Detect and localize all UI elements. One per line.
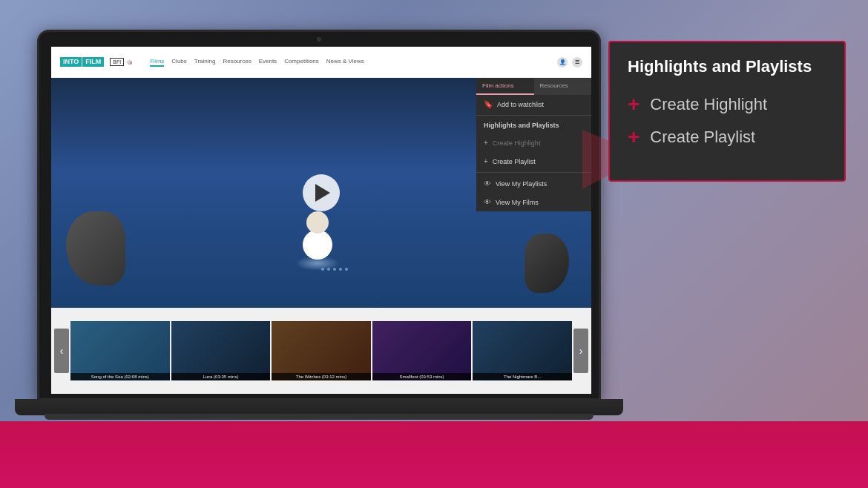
user-icon[interactable]: 👤 — [557, 57, 568, 67]
dropdown-create-highlight[interactable]: + Create Highlight — [476, 133, 591, 152]
laptop-base — [15, 399, 623, 415]
logo-film: FILM — [82, 57, 104, 67]
tab-film-actions[interactable]: Film actions — [476, 78, 534, 95]
nav-link-films[interactable]: Films — [150, 58, 164, 67]
dropdown-divider-1 — [476, 115, 591, 116]
menu-icon[interactable]: ☰ — [572, 57, 582, 67]
highlights-panel-title: Highlights and Playlists — [628, 57, 826, 76]
laptop-screen: INTO FILM BFI 🎲 Films Clubs Training Res… — [51, 47, 591, 394]
create-highlight-panel-label: Create Highlight — [650, 95, 767, 114]
bookmark-icon: 🔖 — [484, 100, 493, 108]
video-figure — [299, 211, 336, 263]
highlights-panel: Highlights and Playlists + Create Highli… — [608, 41, 846, 182]
thumb-witches[interactable]: The Witches (03:12 mins) — [272, 321, 371, 380]
figure-head — [306, 211, 329, 234]
lottery-logo: 🎲 — [127, 59, 132, 65]
view-films-label: View My Films — [496, 199, 539, 206]
thumb-luca[interactable]: Luca (03:35 mins) — [171, 321, 271, 380]
dropdown-divider-2 — [476, 172, 591, 173]
nav-links: Films Clubs Training Resources Events Co… — [150, 58, 364, 67]
create-playlist-label: Create Playlist — [493, 158, 536, 165]
dropdown-view-playlists[interactable]: 👁 View My Playlists — [476, 174, 591, 193]
create-playlist-plus-icon: + — [628, 127, 640, 148]
create-playlist-panel-label: Create Playlist — [650, 128, 755, 147]
eye-playlists-icon: 👁 — [484, 179, 491, 188]
site-main: ‹ Song of the Sea (02:08 mins) Luca (03:… — [51, 78, 591, 394]
thumb-label-4: Smallfoot (03:53 mins) — [372, 373, 472, 380]
laptop: INTO FILM BFI 🎲 Films Clubs Training Res… — [37, 30, 631, 445]
create-playlist-item[interactable]: + Create Playlist — [628, 127, 826, 148]
thumb-label-3: The Witches (03:12 mins) — [272, 373, 371, 380]
highlights-section-title: Highlights and Playlists — [476, 117, 591, 133]
dropdown-view-films[interactable]: 👁 View My Films — [476, 193, 591, 211]
dropdown-panel: Film actions Resources 🔖 Add to watchlis… — [476, 78, 591, 211]
eye-films-icon: 👁 — [484, 198, 491, 206]
thumbnail-strip: ‹ Song of the Sea (02:08 mins) Luca (03:… — [51, 308, 591, 394]
thumb-label-1: Song of the Sea (02:08 mins) — [70, 373, 170, 380]
laptop-camera — [317, 37, 321, 42]
nav-link-training[interactable]: Training — [194, 58, 216, 67]
site-logo: INTO FILM BFI 🎲 — [60, 57, 132, 67]
nav-right: 👤 ☰ — [557, 57, 582, 67]
thumb-label-5: The Nightmare B... — [473, 373, 572, 380]
nav-link-clubs[interactable]: Clubs — [171, 58, 186, 67]
add-watchlist-label: Add to watchlist — [497, 101, 544, 108]
laptop-base-bottom — [45, 414, 594, 420]
plus-playlist-icon: + — [484, 157, 488, 165]
dropdown-tabs: Film actions Resources — [476, 78, 591, 95]
view-playlists-label: View My Playlists — [496, 180, 547, 188]
nav-link-newsviews[interactable]: News & Views — [326, 58, 364, 67]
nav-link-resources[interactable]: Resources — [223, 58, 251, 67]
create-highlight-item[interactable]: + Create Highlight — [628, 94, 826, 115]
video-dots — [321, 268, 381, 271]
tab-resources[interactable]: Resources — [534, 78, 592, 95]
create-highlight-label: Create Highlight — [493, 139, 541, 147]
thumb-smallfoot[interactable]: Smallfoot (03:53 mins) — [372, 321, 472, 380]
dropdown-add-watchlist[interactable]: 🔖 Add to watchlist — [476, 95, 591, 113]
thumb-label-2: Luca (03:35 mins) — [171, 373, 271, 380]
play-button[interactable] — [303, 174, 340, 211]
figure-body — [303, 230, 332, 260]
next-arrow[interactable]: › — [573, 329, 588, 373]
create-highlight-plus-icon: + — [628, 94, 640, 115]
site-nav: INTO FILM BFI 🎲 Films Clubs Training Res… — [51, 47, 591, 78]
plus-highlight-icon: + — [484, 139, 488, 147]
nav-link-events[interactable]: Events — [259, 58, 277, 67]
prev-arrow[interactable]: ‹ — [54, 329, 69, 373]
nav-link-competitions[interactable]: Competitions — [284, 58, 319, 67]
thumb-song-of-sea[interactable]: Song of the Sea (02:08 mins) — [70, 321, 170, 380]
thumb-nightmare[interactable]: The Nightmare B... — [473, 321, 572, 380]
bfi-logo: BFI — [110, 58, 124, 66]
play-triangle-icon — [315, 184, 330, 202]
dropdown-create-playlist[interactable]: + Create Playlist — [476, 152, 591, 171]
logo-into: INTO — [60, 57, 82, 67]
laptop-bezel: INTO FILM BFI 🎲 Films Clubs Training Res… — [37, 30, 601, 400]
